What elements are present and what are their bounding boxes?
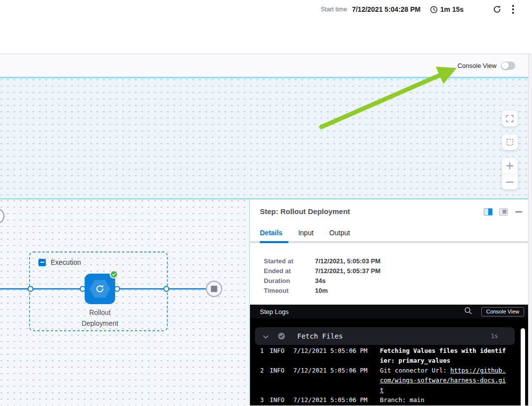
rollout-icon: [94, 283, 105, 294]
detail-value: 7/12/2021, 5:05:03 PM: [315, 257, 380, 265]
step-logs-title: Step Logs: [260, 308, 289, 315]
connector-port: [164, 286, 169, 291]
detail-value: 7/12/2021, 5:05:37 PM: [315, 267, 380, 275]
log-section-name: Fetch Files: [297, 332, 343, 340]
line-number: 2: [256, 366, 264, 395]
log-lines: 1 INFO 7/12/2021 5:05:06 PM Fetching Val…: [250, 346, 532, 405]
log-message: Branch: main: [380, 395, 506, 405]
elapsed-time: 1m 15s: [440, 5, 464, 13]
log-timestamp: 7/12/2021 5:05:06 PM: [293, 395, 374, 405]
toggle-knob: [501, 62, 509, 69]
logs-console-view-button[interactable]: Console View: [481, 307, 524, 316]
detail-label: Duration: [264, 277, 315, 284]
log-line: 1 INFO 7/12/2021 5:05:06 PM Fetching Val…: [256, 346, 532, 366]
rollout-deployment-node[interactable]: [85, 274, 115, 304]
detail-value: 34s: [315, 277, 326, 284]
log-message-text: Git connector Url:: [380, 367, 450, 374]
step-hexagon: [90, 280, 110, 298]
marquee-select-button[interactable]: [502, 134, 518, 150]
panel-tabs: Details Input Output: [250, 229, 532, 239]
step-details-panel: Step: Rollout Deployment Details Input O…: [250, 199, 532, 406]
log-line: 2 INFO 7/12/2021 5:05:06 PM Git connecto…: [256, 366, 532, 395]
detail-row: Started at 7/12/2021, 5:05:03 PM: [264, 256, 532, 266]
collapse-group-button[interactable]: [38, 259, 46, 266]
detail-label: Timeout: [264, 287, 315, 294]
panel-title: Step: Rollout Deployment: [260, 207, 350, 216]
step-success-icon: [278, 332, 285, 340]
detail-row: Timeout 10m: [264, 285, 532, 295]
log-section-duration: 1s: [491, 333, 498, 340]
log-scrollbar[interactable]: [521, 328, 525, 406]
refresh-icon[interactable]: [492, 4, 502, 14]
detail-label: Started at: [264, 257, 315, 265]
detail-label: Ended at: [264, 267, 315, 275]
line-number: 3: [256, 395, 264, 405]
split-view-icon[interactable]: [484, 208, 493, 216]
full-view-icon[interactable]: [499, 208, 508, 216]
log-message: Fetching Values files with identifier: p…: [380, 346, 506, 366]
step-graph-canvas[interactable]: Execution Rollout Deployment: [0, 199, 250, 406]
zoom-buttons: [502, 158, 518, 189]
tab-details[interactable]: Details: [260, 229, 282, 239]
log-timestamp: 7/12/2021 5:05:06 PM: [293, 346, 374, 366]
log-level: INFO: [270, 346, 287, 366]
kebab-menu-icon[interactable]: [512, 4, 514, 14]
zoom-in-button[interactable]: [502, 158, 518, 174]
tab-underline: [250, 241, 532, 243]
partial-node[interactable]: [0, 209, 4, 223]
log-message: Git connector Url: https://github.com/wi…: [380, 366, 506, 395]
connector-port: [115, 286, 120, 291]
console-view-label: Console View: [458, 62, 497, 69]
log-level: INFO: [270, 366, 287, 395]
chevron-down-icon: [263, 332, 269, 341]
pipeline-canvas[interactable]: [0, 78, 532, 198]
start-time-label: Start time: [321, 6, 347, 13]
tab-output[interactable]: Output: [329, 229, 350, 239]
fullscreen-button[interactable]: [502, 111, 518, 126]
step-logs-bar: Step Logs Console View: [250, 305, 532, 318]
end-node-square: [211, 286, 218, 292]
detail-row: Duration 34s: [264, 276, 532, 285]
start-time-value: 7/12/2021 5:04:28 PM: [352, 5, 420, 13]
canvas-controls: [502, 111, 518, 189]
log-timestamp: 7/12/2021 5:05:06 PM: [293, 366, 374, 395]
success-badge-icon: [110, 270, 118, 279]
search-icon[interactable]: [464, 307, 472, 317]
clock-icon: [430, 5, 438, 14]
line-number: 1: [256, 346, 264, 366]
log-line: 3 INFO 7/12/2021 5:05:06 PM Branch: main: [256, 395, 532, 405]
detail-row: Ended at 7/12/2021, 5:05:37 PM: [264, 266, 532, 276]
execution-toolbar: Console View: [0, 54, 532, 77]
active-tab-indicator: [260, 241, 288, 243]
group-name: Execution: [51, 258, 81, 266]
step-details: Started at 7/12/2021, 5:05:03 PM Ended a…: [250, 243, 532, 305]
minimize-panel-icon[interactable]: [515, 211, 522, 213]
detail-value: 10m: [315, 287, 328, 294]
top-header: Start time 7/12/2021 5:04:28 PM 1m 15s: [0, 0, 532, 54]
tab-input[interactable]: Input: [298, 229, 313, 239]
right-edge-strip: [528, 54, 532, 406]
console-view-toggle[interactable]: [501, 62, 515, 70]
connector-port: [28, 286, 33, 291]
log-level: INFO: [270, 395, 287, 405]
execution-group-label: Execution: [38, 258, 81, 266]
node-label: Rollout Deployment: [76, 307, 124, 329]
log-section-header[interactable]: Fetch Files 1s: [255, 327, 515, 345]
log-viewer: Fetch Files 1s 1 INFO 7/12/2021 5:05:06 …: [250, 318, 532, 406]
zoom-out-button[interactable]: [502, 174, 518, 189]
